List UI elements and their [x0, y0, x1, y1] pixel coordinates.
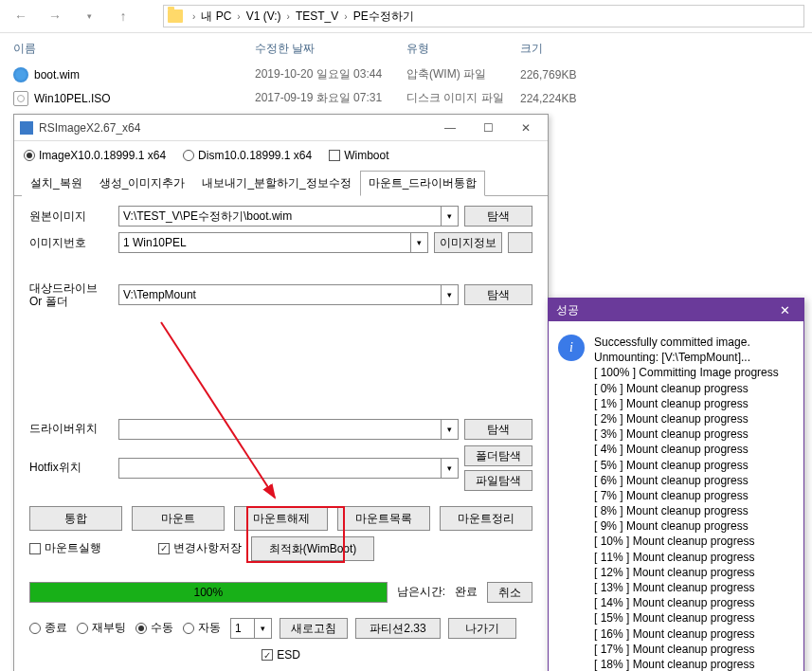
- integrate-button[interactable]: 통합: [29, 506, 122, 531]
- close-icon[interactable]: ✕: [773, 303, 796, 317]
- file-browse-button[interactable]: 파일탐색: [464, 470, 532, 491]
- tab-1[interactable]: 생성_이미지추가: [91, 171, 194, 196]
- tab-3[interactable]: 마운트_드라이버통합: [360, 171, 486, 196]
- window-titlebar[interactable]: RSImageX2.67_x64 — ☐ ✕: [14, 115, 548, 141]
- hotfix-path-combo[interactable]: ▾: [118, 458, 459, 479]
- nav-dropdown-icon[interactable]: ▾: [76, 3, 102, 29]
- target-label: 대상드라이브 Or 폴더: [29, 281, 113, 309]
- info-extra-button[interactable]: [508, 232, 532, 253]
- mount-list-button[interactable]: 마운트목록: [337, 506, 430, 531]
- log-line: [ 4% ] Mount cleanup progress: [594, 442, 779, 457]
- checkbox-icon: [29, 543, 41, 554]
- file-date: 2019-10-20 일요일 03:44: [255, 66, 406, 82]
- address-bar[interactable]: › 내 PC › V1 (V:) › TEST_V › PE수정하기: [163, 5, 804, 27]
- exit-button[interactable]: 나가기: [448, 618, 516, 639]
- maximize-icon[interactable]: ☐: [472, 118, 504, 137]
- log-line: [ 1% ] Mount cleanup progress: [594, 396, 779, 411]
- cancel-button[interactable]: 취소: [487, 582, 532, 603]
- radio-icon: [183, 623, 194, 634]
- driver-path-combo[interactable]: ▾: [118, 419, 459, 440]
- file-list-header: 이름 수정한 날짜 유형 크기: [0, 33, 812, 63]
- file-type: 압축(WIM) 파일: [406, 66, 520, 82]
- log-line: [ 16% ] Mount cleanup progress: [594, 626, 779, 642]
- minimize-icon[interactable]: —: [434, 118, 466, 137]
- mount-clean-button[interactable]: 마운트정리: [440, 506, 532, 531]
- log-line: [ 5% ] Mount cleanup progress: [594, 458, 779, 473]
- file-row[interactable]: Win10PEL.ISO 2017-09-19 화요일 07:31 디스크 이미…: [0, 86, 812, 110]
- column-date[interactable]: 수정한 날짜: [255, 41, 406, 57]
- hotfix-label: Hotfix위치: [29, 460, 113, 476]
- checkbox-wimboot[interactable]: Wimboot: [329, 149, 388, 162]
- mount-button[interactable]: 마운트: [132, 506, 225, 531]
- log-line: [ 14% ] Mount cleanup progress: [594, 595, 779, 610]
- breadcrumb[interactable]: PE수정하기: [353, 9, 414, 25]
- unmount-button[interactable]: 마운트해제: [234, 506, 327, 531]
- browse-button[interactable]: 탐색: [464, 206, 532, 227]
- target-drive-combo[interactable]: V:\TempMount▾: [118, 284, 459, 305]
- log-line: [ 3% ] Mount cleanup progress: [594, 426, 779, 442]
- file-name: Win10PEL.ISO: [34, 92, 255, 105]
- breadcrumb[interactable]: 내 PC: [201, 9, 231, 25]
- radio-icon: [77, 623, 88, 634]
- image-info-button[interactable]: 이미지정보: [434, 232, 502, 253]
- file-size: 226,769KB: [520, 68, 615, 82]
- checkbox-esd[interactable]: ESD: [262, 648, 300, 662]
- remain-value: 완료: [455, 584, 478, 600]
- dialog-titlebar[interactable]: 성공 ✕: [549, 299, 803, 321]
- checkbox-icon: [262, 649, 273, 661]
- chevron-down-icon: ▾: [410, 233, 427, 252]
- log-line: [ 0% ] Mount cleanup progress: [594, 381, 779, 396]
- radio-reboot[interactable]: 재부팅: [77, 620, 126, 636]
- radio-icon: [24, 150, 35, 161]
- file-size: 224,224KB: [520, 92, 615, 105]
- checkbox-save-changes[interactable]: 변경사항저장: [158, 540, 242, 556]
- log-line: [ 17% ] Mount cleanup progress: [594, 642, 779, 657]
- app-icon: [20, 121, 33, 135]
- chevron-down-icon: ▾: [254, 619, 271, 638]
- radio-manual[interactable]: 수동: [135, 620, 173, 636]
- number-combo[interactable]: 1▾: [230, 618, 272, 639]
- mode-row: ImageX10.0.18999.1 x64 Dism10.0.18999.1 …: [14, 141, 548, 170]
- chevron-down-icon: ▾: [441, 207, 458, 226]
- close-icon[interactable]: ✕: [510, 118, 542, 137]
- tab-0[interactable]: 설치_복원: [22, 171, 91, 196]
- radio-imagex[interactable]: ImageX10.0.18999.1 x64: [24, 149, 166, 162]
- dialog-title: 성공: [556, 302, 773, 318]
- log-line: [ 12% ] Mount cleanup progress: [594, 565, 779, 580]
- column-size[interactable]: 크기: [520, 41, 615, 57]
- tab-2[interactable]: 내보내기_분할하기_정보수정: [193, 171, 359, 196]
- image-index-combo[interactable]: 1 Win10PEL▾: [118, 232, 428, 253]
- chevron-right-icon: ›: [287, 11, 290, 22]
- nav-forward-icon[interactable]: →: [42, 3, 68, 29]
- refresh-button[interactable]: 새로고침: [280, 618, 348, 639]
- nav-up-icon[interactable]: ↑: [110, 3, 136, 29]
- radio-dism[interactable]: Dism10.0.18999.1 x64: [183, 149, 312, 162]
- log-line: [ 13% ] Mount cleanup progress: [594, 580, 779, 595]
- wim-file-icon: [13, 67, 28, 82]
- nav-back-icon[interactable]: ←: [8, 3, 34, 29]
- column-name[interactable]: 이름: [13, 41, 255, 57]
- breadcrumb[interactable]: TEST_V: [296, 9, 338, 23]
- checkbox-mount-exec[interactable]: 마운트실행: [29, 540, 101, 556]
- radio-icon: [183, 150, 194, 161]
- radio-shutdown[interactable]: 종료: [29, 620, 67, 636]
- source-image-combo[interactable]: V:\TEST_V\PE수정하기\boot.wim▾: [118, 206, 459, 227]
- file-row[interactable]: boot.wim 2019-10-20 일요일 03:44 압축(WIM) 파일…: [0, 63, 812, 86]
- iso-file-icon: [13, 91, 28, 106]
- optimize-button[interactable]: 최적화(WimBoot): [251, 536, 374, 561]
- folder-browse-button[interactable]: 폴더탐색: [464, 445, 532, 466]
- chevron-right-icon: ›: [192, 11, 195, 22]
- log-line: Unmounting: [V:\TempMount]...: [594, 350, 779, 365]
- partition-button[interactable]: 파티션2.33: [355, 618, 441, 639]
- browse-button[interactable]: 탐색: [464, 284, 532, 305]
- column-type[interactable]: 유형: [406, 41, 520, 57]
- bottom-row: 종료 재부팅 수동 자동 1▾ 새로고침 파티션2.33 나가기: [14, 612, 548, 648]
- breadcrumb[interactable]: V1 (V:): [246, 9, 281, 23]
- log-line: [ 8% ] Mount cleanup progress: [594, 503, 779, 518]
- source-label: 원본이미지: [29, 209, 113, 225]
- radio-auto[interactable]: 자동: [183, 620, 221, 636]
- dialog-message: Successfully committed image.Unmounting:…: [594, 335, 779, 671]
- browse-button[interactable]: 탐색: [464, 419, 532, 440]
- folder-icon: [168, 9, 183, 23]
- log-line: [ 9% ] Mount cleanup progress: [594, 518, 779, 534]
